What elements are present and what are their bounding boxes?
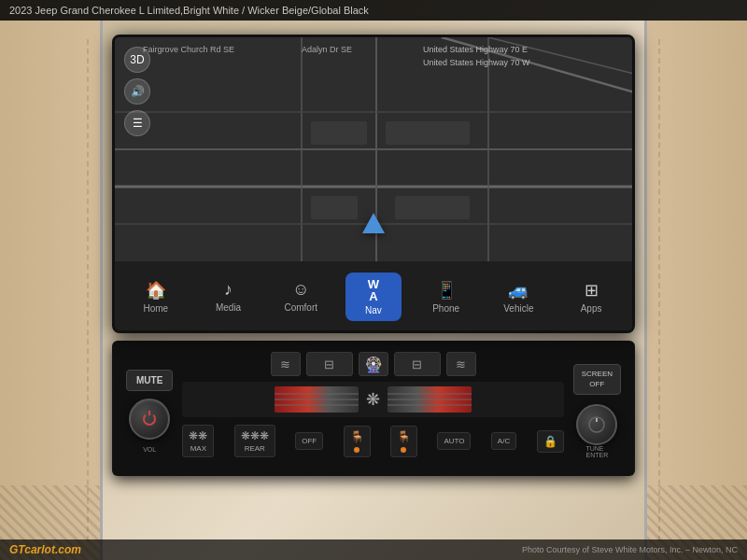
- nav-wa-icon: WA: [368, 278, 379, 302]
- rear-label: REAR: [245, 444, 265, 453]
- map-audio-btn[interactable]: 🔊: [124, 78, 150, 105]
- svg-rect-11: [386, 121, 470, 145]
- fan-icon: ❋: [366, 389, 380, 410]
- center-hvac-controls: ≋ ⊟ 🎡 ⊟ ≋: [182, 352, 563, 457]
- vent-right-svg: [388, 386, 472, 413]
- nav-item-phone[interactable]: 📱 Phone: [418, 274, 474, 319]
- map-canvas: Fairgrove Church Rd SE Adalyn Dr SE Unit…: [115, 37, 632, 261]
- seat-comfort-left-btn[interactable]: 🪑: [344, 426, 371, 457]
- nav-label: Nav: [365, 305, 382, 315]
- controls-row-top: MUTE VOL ≋ ⊟ 🎡: [126, 352, 621, 457]
- media-label: Media: [216, 302, 241, 313]
- lock-defrost-btn[interactable]: 🔒: [537, 430, 564, 453]
- ac-button[interactable]: A/C: [491, 432, 516, 450]
- nav-menu-bar: 🏠 Home ♪ Media ☺ Comfort WA Nav 📱 Ph: [115, 261, 632, 331]
- map-area[interactable]: Fairgrove Church Rd SE Adalyn Dr SE Unit…: [115, 37, 632, 261]
- car-title: 2023 Jeep Grand Cherokee L Limited,: [9, 5, 183, 16]
- left-vent: [275, 386, 359, 413]
- main-container: 2023 Jeep Grand Cherokee L Limited, Brig…: [0, 0, 747, 560]
- vehicle-icon: 🚙: [508, 280, 529, 301]
- map-menu-btn[interactable]: ☰: [124, 110, 150, 136]
- svg-rect-12: [311, 196, 358, 219]
- volume-knob-area: MUTE VOL: [126, 370, 173, 440]
- ac-label: A/C: [498, 437, 510, 445]
- svg-text:United States Highway 70 E: United States Highway 70 E: [423, 45, 528, 54]
- seat-heat-rear-btn[interactable]: ❋❋❋ REAR: [234, 425, 275, 457]
- right-vent: [388, 386, 472, 413]
- air-vents-area: ❋: [182, 382, 563, 417]
- phone-icon: 📱: [436, 280, 457, 301]
- apps-icon: ⊞: [585, 280, 599, 301]
- tune-enter-knob[interactable]: [576, 404, 617, 445]
- gtcarlot-logo: GTcarlot.com: [9, 543, 81, 556]
- steering-heat-btn[interactable]: 🎡: [359, 352, 388, 376]
- photo-credit: Photo Courtesy of Steve White Motors, In…: [522, 545, 738, 554]
- car-color: Bright White / Wicker Beige/Global Black: [183, 5, 369, 16]
- vol-label: VOL: [143, 446, 156, 453]
- fan-direction-btn[interactable]: ⊟: [306, 352, 353, 376]
- header-bar: 2023 Jeep Grand Cherokee L Limited, Brig…: [0, 0, 747, 21]
- console-area: Fairgrove Church Rd SE Adalyn Dr SE Unit…: [0, 21, 747, 560]
- mute-button[interactable]: MUTE: [126, 370, 173, 391]
- heat-max-icon: ❋❋: [189, 429, 207, 442]
- power-icon: [143, 413, 156, 426]
- comfort-label: Comfort: [284, 302, 317, 313]
- svg-rect-13: [395, 196, 470, 219]
- screen-off-button[interactable]: SCREENOFF: [573, 364, 621, 395]
- right-knob-area: SCREENOFF TUNEENTER: [573, 364, 621, 445]
- svg-text:Adalyn Dr SE: Adalyn Dr SE: [302, 45, 352, 54]
- off-label: OFF: [302, 437, 317, 445]
- nav-item-vehicle[interactable]: 🚙 Vehicle: [490, 274, 546, 319]
- svg-text:Fairgrove Church Rd SE: Fairgrove Church Rd SE: [143, 45, 234, 54]
- rear-defrost-btn[interactable]: ⊟: [394, 352, 441, 376]
- max-label: MAX: [190, 444, 206, 453]
- auto-button[interactable]: AUTO: [437, 432, 471, 450]
- lock-icon: 🔒: [543, 435, 557, 448]
- vehicle-label: Vehicle: [503, 303, 533, 314]
- vent-left-svg: [275, 386, 359, 413]
- auto-label: AUTO: [444, 437, 464, 445]
- home-icon: 🏠: [146, 280, 166, 301]
- phone-label: Phone: [432, 303, 459, 314]
- tune-knob-marker: [587, 415, 606, 434]
- seat-heat-max-btn[interactable]: ❋❋ MAX: [182, 425, 214, 457]
- media-icon: ♪: [224, 280, 233, 300]
- map-controls: 3D 🔊 ☰: [124, 47, 150, 136]
- volume-knob[interactable]: [129, 399, 170, 440]
- nav-item-media[interactable]: ♪ Media: [201, 274, 257, 318]
- svg-text:United States Highway 70 W: United States Highway 70 W: [423, 58, 530, 67]
- hvac-top-row: ≋ ⊟ 🎡 ⊟ ≋: [182, 352, 563, 376]
- seat-heat-right-btn[interactable]: ≋: [446, 352, 476, 376]
- apps-label: Apps: [581, 303, 602, 314]
- nav-item-comfort[interactable]: ☺ Comfort: [273, 274, 329, 318]
- nav-item-home[interactable]: 🏠 Home: [128, 274, 184, 319]
- seat-left-icon: 🪑: [350, 430, 364, 443]
- nav-item-nav[interactable]: WA Nav: [345, 273, 402, 321]
- seat-right-icon: 🪑: [397, 430, 411, 443]
- off-button[interactable]: OFF: [295, 432, 323, 450]
- comfort-icon: ☺: [292, 280, 309, 300]
- controls-panel: MUTE VOL ≋ ⊟ 🎡: [112, 341, 635, 476]
- tune-label: TUNEENTER: [585, 445, 608, 458]
- map-3d-btn[interactable]: 3D: [124, 47, 150, 73]
- nav-item-apps[interactable]: ⊞ Apps: [563, 274, 619, 319]
- controls-bottom-row: ❋❋ MAX ❋❋❋ REAR OFF 🪑: [182, 425, 563, 457]
- svg-rect-10: [311, 121, 367, 145]
- seat-heat-left-btn[interactable]: ≋: [271, 352, 301, 376]
- nav-direction-arrow: [362, 213, 385, 233]
- infotainment-screen[interactable]: Fairgrove Church Rd SE Adalyn Dr SE Unit…: [112, 35, 635, 333]
- home-label: Home: [144, 303, 169, 314]
- watermark-bar: GTcarlot.com Photo Courtesy of Steve Whi…: [0, 539, 747, 560]
- heat-rear-icon: ❋❋❋: [241, 429, 269, 442]
- seat-comfort-right-btn[interactable]: 🪑: [390, 426, 417, 457]
